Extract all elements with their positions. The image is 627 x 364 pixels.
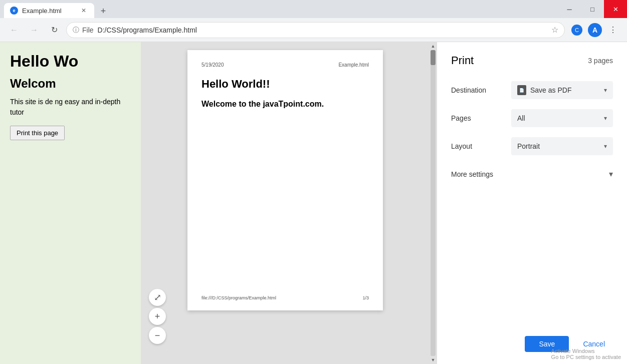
active-tab[interactable]: e Example.html ✕ bbox=[4, 3, 94, 18]
print-this-page-button[interactable]: Print this page bbox=[10, 126, 65, 140]
profile-avatar: A bbox=[588, 23, 602, 37]
layout-value: Portrait bbox=[517, 142, 540, 150]
tab-close-button[interactable]: ✕ bbox=[79, 6, 88, 15]
pdf-icon: 📄 bbox=[517, 85, 526, 95]
page-content: Hello Wo Welcom This site is de ng easy … bbox=[0, 42, 141, 364]
lock-icon: ⓘ bbox=[73, 26, 79, 35]
preview-footer-url: file:///D:/CSS/programs/Example.html bbox=[201, 295, 276, 300]
preview-scrollbar[interactable]: ▲ ▼ bbox=[430, 42, 437, 364]
pages-value: All bbox=[517, 114, 525, 122]
pages-label: Pages bbox=[451, 114, 511, 122]
layout-label: Layout bbox=[451, 142, 511, 150]
print-settings-panel: Print 3 pages Destination 📄 Save as PDF … bbox=[437, 42, 627, 364]
address-file-label: File bbox=[82, 26, 94, 34]
minimize-button[interactable]: ─ bbox=[558, 0, 581, 18]
maximize-button[interactable]: □ bbox=[581, 0, 604, 18]
tab-bar: e Example.html ✕ + bbox=[0, 0, 110, 18]
zoom-in-button[interactable]: + bbox=[149, 308, 166, 325]
address-url: D:/CSS/programs/Example.html bbox=[98, 26, 197, 34]
toolbar-right: C A ⋮ bbox=[569, 22, 621, 38]
scroll-thumb bbox=[431, 50, 436, 65]
preview-container: 5/19/2020 Example.html Hello World!! Wel… bbox=[141, 42, 430, 364]
zoom-out-button[interactable]: − bbox=[149, 327, 166, 344]
bookmark-star-icon[interactable]: ☆ bbox=[551, 25, 558, 35]
preview-heading: Hello World!! bbox=[201, 78, 369, 91]
destination-select[interactable]: 📄 Save as PDF ▾ bbox=[511, 81, 613, 99]
page-paragraph: This site is de ng easy and in-depth tut… bbox=[10, 97, 131, 118]
settings-title: Print bbox=[451, 54, 474, 67]
titlebar: e Example.html ✕ + ─ □ ✕ bbox=[0, 0, 627, 18]
reload-button[interactable]: ↻ bbox=[46, 22, 62, 38]
settings-footer: Save Cancel bbox=[451, 183, 613, 352]
fit-to-page-button[interactable]: ⤢ bbox=[149, 289, 166, 306]
close-window-button[interactable]: ✕ bbox=[604, 0, 627, 18]
cancel-button[interactable]: Cancel bbox=[575, 336, 613, 352]
main-area: Hello Wo Welcom This site is de ng easy … bbox=[0, 42, 627, 364]
zoom-controls: ⤢ + − bbox=[149, 289, 166, 344]
pages-row: Pages All ▾ bbox=[451, 109, 613, 127]
save-button[interactable]: Save bbox=[525, 336, 569, 352]
window-controls: ─ □ ✕ bbox=[558, 0, 627, 18]
destination-select-content: 📄 Save as PDF bbox=[517, 85, 571, 95]
more-settings-row[interactable]: More settings ▾ bbox=[451, 165, 613, 183]
titlebar-left: e Example.html ✕ + bbox=[0, 0, 558, 18]
pages-chevron-icon: ▾ bbox=[604, 115, 607, 122]
extension-icon[interactable]: C bbox=[569, 22, 585, 38]
layout-row: Layout Portrait ▾ bbox=[451, 137, 613, 155]
destination-chevron-icon: ▾ bbox=[604, 87, 607, 94]
page-heading1: Hello Wo bbox=[10, 52, 131, 71]
destination-value: Save as PDF bbox=[530, 86, 571, 94]
pages-select[interactable]: All ▾ bbox=[511, 109, 613, 127]
more-settings-label: More settings bbox=[451, 170, 493, 178]
profile-button[interactable]: A bbox=[587, 22, 603, 38]
layout-chevron-icon: ▾ bbox=[604, 143, 607, 150]
scroll-track bbox=[431, 50, 436, 356]
menu-button[interactable]: ⋮ bbox=[605, 22, 621, 38]
settings-header: Print 3 pages bbox=[451, 54, 613, 67]
tab-favicon: e bbox=[10, 7, 18, 15]
scroll-down-arrow[interactable]: ▼ bbox=[430, 356, 437, 364]
addressbar: ← → ↻ ⓘ File D:/CSS/programs/Example.htm… bbox=[0, 18, 627, 42]
preview-subheading: Welcome to the javaTpoint.com. bbox=[201, 100, 369, 109]
scroll-up-arrow[interactable]: ▲ bbox=[430, 42, 437, 50]
layout-select[interactable]: Portrait ▾ bbox=[511, 137, 613, 155]
page-heading2: Welcom bbox=[10, 77, 131, 91]
settings-pages-count: 3 pages bbox=[588, 57, 613, 65]
destination-row: Destination 📄 Save as PDF ▾ bbox=[451, 81, 613, 99]
back-button[interactable]: ← bbox=[6, 22, 22, 38]
preview-filename: Example.html bbox=[338, 62, 369, 68]
preview-page: 5/19/2020 Example.html Hello World!! Wel… bbox=[187, 50, 383, 310]
address-bar-input[interactable]: ⓘ File D:/CSS/programs/Example.html ☆ bbox=[66, 22, 565, 38]
preview-header: 5/19/2020 Example.html bbox=[201, 62, 369, 68]
print-preview-panel: 5/19/2020 Example.html Hello World!! Wel… bbox=[141, 42, 437, 364]
preview-date: 5/19/2020 bbox=[201, 62, 224, 68]
destination-label: Destination bbox=[451, 86, 511, 94]
preview-footer-pages: 1/3 bbox=[362, 295, 369, 300]
tab-title: Example.html bbox=[22, 7, 62, 15]
forward-button[interactable]: → bbox=[26, 22, 42, 38]
new-tab-button[interactable]: + bbox=[96, 4, 110, 18]
more-settings-chevron-icon: ▾ bbox=[609, 169, 613, 179]
